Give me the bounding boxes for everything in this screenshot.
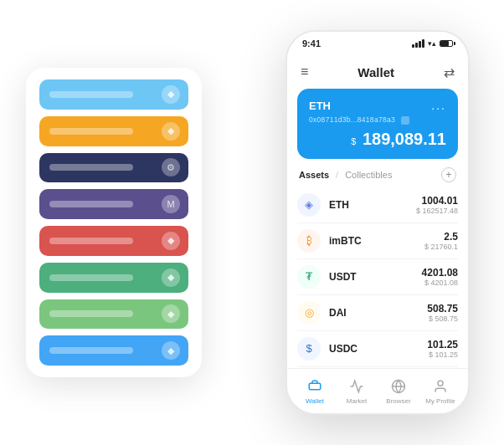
imbtc-value: $ 21760.1: [424, 243, 458, 251]
battery-icon: [440, 40, 453, 47]
svg-point-2: [438, 381, 443, 386]
assets-divider: /: [336, 170, 338, 180]
phone-header: ≡ Wallet ⇄: [287, 55, 468, 89]
menu-icon[interactable]: ≡: [301, 64, 308, 79]
eth-value: $ 162517.48: [416, 207, 458, 215]
nav-wallet-icon: [306, 378, 323, 395]
imbtc-name: imBTC: [329, 235, 362, 247]
assets-header: Assets / Collectibles +: [287, 167, 468, 187]
row-text: [49, 91, 133, 98]
imbtc-values: 2.5$ 21760.1: [424, 231, 458, 251]
status-time: 9:41: [302, 38, 321, 49]
signal-bars-icon: [412, 39, 424, 48]
header-title: Wallet: [357, 65, 394, 79]
usdc-icon: $: [297, 337, 321, 361]
row-text: [49, 164, 133, 171]
row-icon: ◆: [162, 269, 180, 287]
usdt-values: 4201.08$ 4201.08: [422, 267, 458, 287]
usdc-amount: 101.25: [427, 339, 458, 350]
nav-item-browser[interactable]: Browser: [378, 378, 419, 405]
color-row-4[interactable]: ◆: [39, 226, 188, 256]
row-icon: ◆: [162, 85, 180, 104]
wallet-cards-panel: ◆◆⚙M◆◆◆◆: [26, 68, 202, 377]
status-icons: ▾▴: [412, 39, 453, 48]
color-row-6[interactable]: ◆: [39, 299, 188, 330]
usdt-amount: 4201.08: [422, 267, 458, 279]
eth-more-button[interactable]: ...: [431, 99, 446, 112]
signal-bar-3: [419, 41, 421, 48]
bottom-nav: WalletMarketBrowserMy Profile: [287, 368, 468, 413]
dai-values: 508.75$ 508.75: [427, 303, 458, 323]
usdt-value: $ 4201.08: [422, 279, 458, 287]
assets-tabs: Assets / Collectibles: [299, 170, 392, 180]
eth-balance-value: 189,089.11: [363, 130, 446, 148]
eth-amount: 1004.01: [416, 195, 458, 207]
usdc-name: USDC: [329, 343, 357, 355]
asset-item[interactable]: ◎DAI508.75$ 508.75: [297, 295, 458, 331]
usdc-value: $ 101.25: [427, 350, 458, 359]
asset-item[interactable]: $USDC101.25$ 101.25: [297, 331, 458, 367]
usdt-icon: ₮: [297, 265, 321, 289]
color-row-5[interactable]: ◆: [39, 263, 188, 293]
dai-name: DAI: [329, 307, 347, 319]
row-icon: ⚙: [162, 158, 180, 176]
row-icon: ◆: [162, 122, 180, 141]
nav-my-profile-label: My Profile: [425, 397, 455, 405]
row-icon: ◆: [162, 304, 180, 323]
eth-name: ETH: [329, 199, 349, 211]
color-row-7[interactable]: ◆: [39, 335, 188, 366]
asset-item[interactable]: ◈ETH1004.01$ 162517.48: [297, 187, 458, 223]
row-text: [49, 238, 133, 244]
nav-item-wallet[interactable]: Wallet: [294, 378, 336, 405]
eth-balance-dollar: $: [351, 136, 356, 146]
asset-left-usdc: $USDC: [297, 337, 357, 361]
color-row-0[interactable]: ◆: [39, 79, 188, 110]
usdt-name: USDT: [329, 271, 357, 283]
row-icon: ◆: [162, 341, 180, 360]
add-asset-button[interactable]: +: [441, 167, 456, 182]
eth-icon: ◈: [297, 193, 321, 217]
eth-card[interactable]: ETH ... 0x08711d3b...8418a78a3 $ 189,089…: [297, 89, 458, 159]
imbtc-amount: 2.5: [424, 231, 458, 243]
row-text: [49, 201, 133, 207]
row-text: [49, 347, 133, 354]
asset-item[interactable]: ₮USDT4201.08$ 4201.08: [297, 259, 458, 295]
asset-left-usdt: ₮USDT: [297, 265, 357, 289]
nav-item-my-profile[interactable]: My Profile: [419, 378, 461, 405]
eth-card-header: ETH ...: [309, 99, 446, 112]
color-row-3[interactable]: M: [39, 189, 188, 219]
signal-bar-2: [415, 43, 418, 48]
dai-value: $ 508.75: [427, 315, 458, 323]
asset-left-imbtc: ₿imBTC: [297, 229, 362, 253]
dai-icon: ◎: [297, 301, 321, 325]
battery-fill: [440, 41, 449, 46]
scan-icon[interactable]: ⇄: [444, 64, 455, 80]
row-text: [49, 128, 133, 135]
nav-my-profile-icon: [432, 378, 449, 395]
eth-label: ETH: [309, 100, 331, 112]
scene: ◆◆⚙M◆◆◆◆ 9:41 ▾▴ ≡ Wallet ⇄: [9, 9, 495, 436]
imbtc-icon: ₿: [297, 229, 321, 253]
eth-address: 0x08711d3b...8418a78a3: [309, 115, 446, 125]
signal-bar-4: [422, 39, 424, 48]
eth-values: 1004.01$ 162517.48: [416, 195, 458, 215]
nav-item-market[interactable]: Market: [336, 378, 378, 405]
tab-assets[interactable]: Assets: [299, 170, 329, 180]
nav-browser-label: Browser: [386, 397, 410, 405]
nav-market-icon: [348, 378, 365, 395]
copy-address-icon[interactable]: [401, 116, 409, 125]
asset-left-eth: ◈ETH: [297, 193, 349, 217]
dai-amount: 508.75: [427, 303, 458, 315]
eth-balance: $ 189,089.11: [309, 130, 446, 149]
wifi-icon: ▾▴: [428, 39, 436, 48]
asset-item[interactable]: ₿imBTC2.5$ 21760.1: [297, 223, 458, 259]
nav-browser-icon: [390, 378, 407, 395]
color-row-1[interactable]: ◆: [39, 116, 188, 146]
asset-left-dai: ◎DAI: [297, 301, 347, 325]
row-text: [49, 310, 133, 317]
phone-mockup: 9:41 ▾▴ ≡ Wallet ⇄ ETH: [285, 30, 470, 415]
row-icon: ◆: [162, 232, 180, 250]
row-text: [49, 274, 133, 281]
color-row-2[interactable]: ⚙: [39, 153, 188, 183]
tab-collectibles[interactable]: Collectibles: [345, 170, 392, 180]
